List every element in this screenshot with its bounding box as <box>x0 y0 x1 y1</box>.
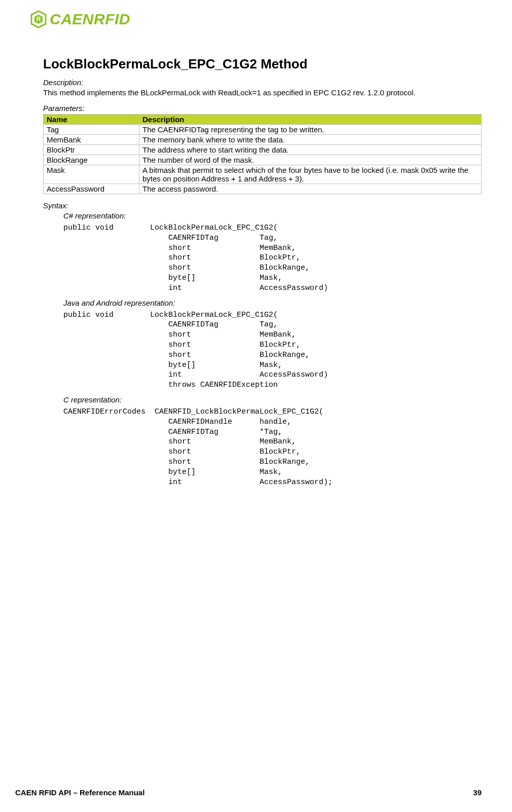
csharp-label: C# representation: <box>63 211 482 220</box>
cell-name: AccessPassword <box>44 184 139 194</box>
c-label: C representation: <box>63 395 482 404</box>
brand-text: CAENRFID <box>50 11 130 28</box>
th-desc: Description <box>139 115 482 125</box>
cell-desc: The access password. <box>139 184 482 194</box>
logo: R CAENRFID <box>30 10 482 28</box>
method-title: LockBlockPermaLock_EPC_C1G2 Method <box>43 56 482 72</box>
cell-desc: The address where to start writing the d… <box>139 145 482 155</box>
java-label: Java and Android representation: <box>63 299 482 307</box>
description-label: Description: <box>43 78 482 87</box>
parameters-table: Name Description TagThe CAENRFIDTag repr… <box>43 114 482 194</box>
cell-name: MemBank <box>44 135 139 145</box>
cell-desc: A bitmask that permit to select which of… <box>139 165 482 184</box>
table-row: BlockRangeThe number of word of the mask… <box>44 155 482 165</box>
cell-desc: The number of word of the mask. <box>139 155 482 165</box>
cell-name: BlockRange <box>44 155 139 165</box>
cell-desc: The CAENRFIDTag representing the tag to … <box>139 125 482 135</box>
footer-title: CAEN RFID API – Reference Manual <box>15 788 144 797</box>
table-row: MemBankThe memory bank where to write th… <box>44 135 482 145</box>
table-row: TagThe CAENRFIDTag representing the tag … <box>44 125 482 135</box>
syntax-label: Syntax: <box>43 201 482 210</box>
cell-name: Tag <box>44 125 139 135</box>
cell-name: BlockPtr <box>44 145 139 155</box>
page-number: 39 <box>473 788 482 797</box>
footer: CAEN RFID API – Reference Manual 39 <box>0 788 512 797</box>
c-code: CAENRFIDErrorCodes CAENRFID_LockBlockPer… <box>63 407 482 487</box>
logo-icon: R <box>30 10 47 28</box>
table-row: MaskA bitmask that permit to select whic… <box>44 165 482 184</box>
description-text: This method implements the BLockPermaLoc… <box>43 88 482 97</box>
svg-text:R: R <box>36 16 41 23</box>
java-code: public void LockBlockPermaLock_EPC_C1G2(… <box>63 310 482 390</box>
table-header-row: Name Description <box>44 115 482 125</box>
csharp-code: public void LockBlockPermaLock_EPC_C1G2(… <box>63 223 482 293</box>
cell-name: Mask <box>44 165 139 184</box>
table-row: BlockPtrThe address where to start writi… <box>44 145 482 155</box>
th-name: Name <box>44 115 139 125</box>
cell-desc: The memory bank where to write the data. <box>139 135 482 145</box>
table-row: AccessPasswordThe access password. <box>44 184 482 194</box>
parameters-label: Parameters: <box>43 104 482 113</box>
